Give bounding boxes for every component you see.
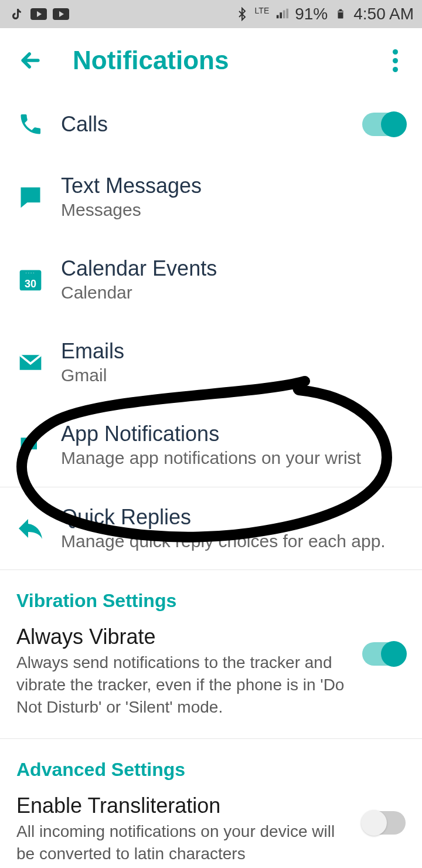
notification-item-calendar[interactable]: ···· 30 Calendar Events Calendar — [0, 239, 422, 321]
item-subtitle: Calendar — [61, 282, 406, 304]
item-subtitle: Messages — [61, 199, 406, 221]
setting-transliteration[interactable]: Enable Transliteration All incoming noti… — [0, 788, 422, 865]
back-button[interactable] — [16, 46, 45, 74]
reply-icon — [16, 514, 45, 542]
item-subtitle: Gmail — [61, 364, 406, 386]
item-title: App Notifications — [61, 422, 406, 446]
calendar-icon: ···· 30 — [16, 266, 45, 294]
battery-percentage: 91% — [295, 5, 328, 23]
battery-icon — [332, 6, 349, 22]
youtube-icon — [30, 6, 47, 22]
svg-rect-2 — [339, 12, 343, 13]
item-title: Quick Replies — [61, 505, 406, 529]
item-title: Calendar Events — [61, 256, 406, 280]
item-title: Calls — [61, 112, 346, 136]
always-vibrate-toggle[interactable] — [362, 642, 406, 666]
notification-item-texts[interactable]: Text Messages Messages — [0, 156, 422, 239]
svg-point-6 — [32, 442, 34, 445]
clock-time: 4:50 AM — [353, 5, 414, 23]
notification-item-quick-replies[interactable]: Quick Replies Manage quick reply choices… — [0, 487, 422, 570]
svg-point-5 — [28, 442, 30, 445]
notification-item-emails[interactable]: Emails Gmail — [0, 321, 422, 404]
section-header-advanced: Advanced Settings — [0, 739, 422, 788]
transliteration-toggle[interactable] — [362, 811, 406, 835]
item-subtitle: Manage quick reply choices for each app. — [61, 530, 406, 552]
notification-item-calls[interactable]: Calls — [0, 93, 422, 156]
item-subtitle: Manage app notifications on your wrist — [61, 447, 406, 469]
app-bar: Notifications — [0, 28, 422, 93]
item-title: Emails — [61, 339, 406, 363]
overflow-menu-button[interactable] — [384, 46, 406, 74]
message-icon — [16, 183, 45, 211]
section-header-vibration: Vibration Settings — [0, 570, 422, 619]
svg-rect-1 — [339, 9, 342, 11]
setting-title: Enable Transliteration — [16, 794, 350, 818]
youtube-icon — [53, 6, 69, 22]
email-icon — [16, 348, 45, 377]
phone-icon — [16, 110, 45, 138]
signal-icon — [274, 6, 290, 22]
calls-toggle[interactable] — [362, 113, 406, 136]
svg-point-4 — [24, 442, 26, 445]
lte-label: LTE — [255, 6, 270, 15]
setting-always-vibrate[interactable]: Always Vibrate Always send notifications… — [0, 619, 422, 738]
bluetooth-icon — [234, 6, 250, 22]
setting-description: Always send notifications to the tracker… — [16, 652, 350, 718]
item-title: Text Messages — [61, 174, 406, 198]
setting-description: All incoming notifications on your devic… — [16, 820, 350, 865]
tiktok-icon — [8, 6, 25, 22]
status-bar: LTE 91% 4:50 AM — [0, 0, 422, 28]
notification-item-app-notifications[interactable]: App Notifications Manage app notificatio… — [0, 404, 422, 487]
page-title: Notifications — [73, 46, 229, 75]
setting-title: Always Vibrate — [16, 625, 350, 649]
calendar-day-label: 30 — [16, 278, 45, 290]
app-notifications-icon — [16, 431, 45, 459]
